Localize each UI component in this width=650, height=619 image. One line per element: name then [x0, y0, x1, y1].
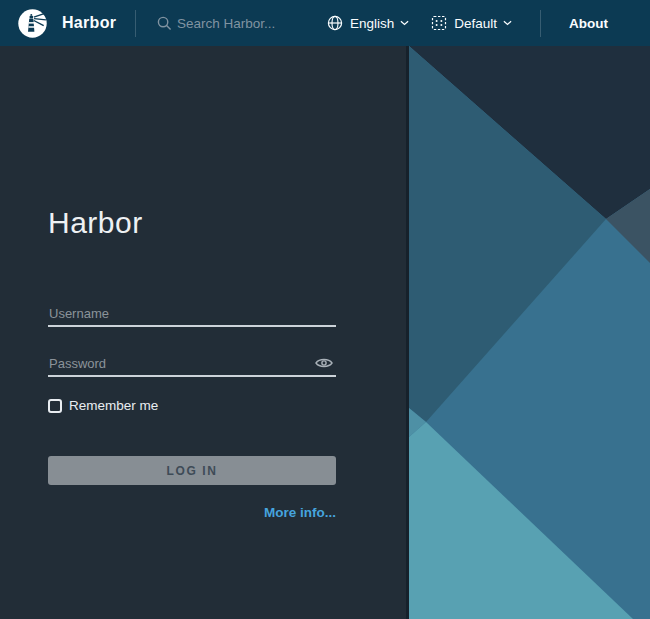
- password-visibility-toggle[interactable]: [314, 355, 334, 371]
- top-navbar: Harbor English: [0, 0, 650, 46]
- header-divider: [135, 10, 136, 37]
- about-link[interactable]: About: [569, 16, 608, 31]
- language-dropdown[interactable]: English: [327, 15, 409, 31]
- header-actions: English Default About: [327, 10, 650, 37]
- harbor-login-page: Harbor English: [0, 0, 650, 619]
- search-input[interactable]: [177, 16, 327, 31]
- chevron-down-icon: [400, 20, 409, 26]
- remember-me-label: Remember me: [69, 398, 158, 413]
- theme-label: Default: [454, 16, 497, 31]
- eye-icon: [315, 357, 333, 369]
- header-divider: [540, 10, 541, 37]
- search-icon: [157, 16, 172, 31]
- triangle-artwork: [409, 46, 650, 619]
- theme-dropdown[interactable]: Default: [431, 15, 512, 31]
- login-panel: Harbor Remember me LOG IN More: [0, 46, 409, 619]
- language-label: English: [350, 16, 394, 31]
- chevron-down-icon: [503, 20, 512, 26]
- more-info-link[interactable]: More info...: [264, 505, 336, 520]
- remember-me-checkbox[interactable]: [48, 399, 62, 413]
- username-field-wrap: [48, 302, 336, 327]
- harbor-lighthouse-logo-icon: [17, 8, 48, 39]
- brand-home-link[interactable]: Harbor: [0, 8, 135, 39]
- theme-icon: [431, 15, 447, 31]
- more-info-row: More info...: [48, 503, 336, 521]
- brand-title: Harbor: [62, 14, 116, 32]
- log-in-button[interactable]: LOG IN: [48, 456, 336, 485]
- remember-me-row: Remember me: [48, 398, 158, 413]
- password-input[interactable]: [48, 352, 336, 375]
- password-field-wrap: [48, 352, 336, 377]
- decorative-background-panel: [409, 46, 650, 619]
- global-search: [157, 16, 327, 31]
- globe-icon: [327, 15, 343, 31]
- main-area: Harbor Remember me LOG IN More: [0, 46, 650, 619]
- username-input[interactable]: [48, 302, 336, 325]
- page-title: Harbor: [48, 206, 143, 240]
